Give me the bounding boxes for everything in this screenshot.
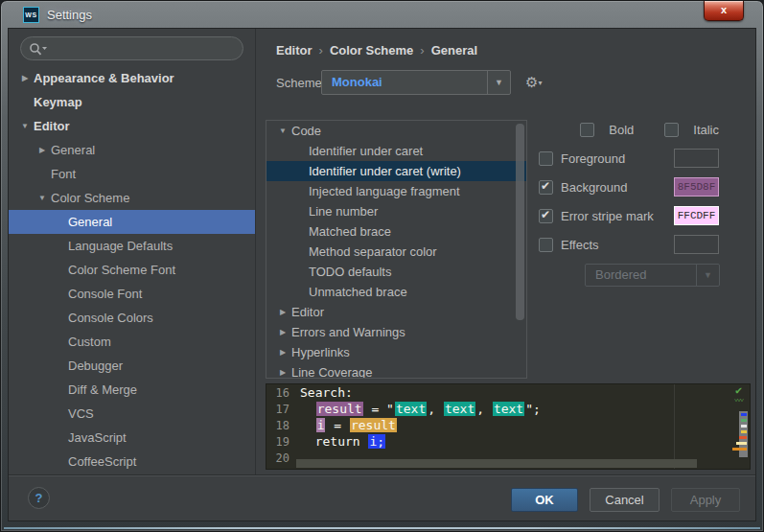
tree-item-unmatched-brace[interactable]: Unmatched brace	[266, 282, 526, 302]
bold-checkbox[interactable]	[580, 123, 594, 137]
tree-item-line-number[interactable]: Line number	[266, 201, 526, 221]
inspections-ok-icon: ✔˅˅˅	[734, 385, 743, 406]
chevron-down-icon[interactable]: ▼	[34, 194, 51, 202]
sidebar-item-appearance-behavior[interactable]: ▶Appearance & Behavior	[9, 66, 255, 90]
tree-item-identifier-under-caret-write[interactable]: Identifier under caret (write)	[266, 161, 526, 181]
right-margin-guide	[674, 384, 675, 469]
attribute-tree: ▼CodeIdentifier under caretIdentifier un…	[266, 121, 526, 379]
italic-checkbox[interactable]	[664, 123, 679, 137]
sidebar-item-label: General	[68, 215, 112, 229]
tree-item-label: Errors and Warnings	[291, 325, 405, 339]
ok-button[interactable]: OK	[511, 488, 578, 512]
tree-item-method-separator-color[interactable]: Method separator color	[266, 242, 526, 262]
code-text: ";	[524, 402, 542, 416]
sidebar-item-label: Color Scheme	[51, 191, 129, 205]
sidebar-item-debugger[interactable]: Debugger	[9, 354, 255, 378]
sidebar-item-label: Custom	[68, 335, 111, 349]
background-checkbox[interactable]	[539, 180, 553, 195]
chevron-right-icon[interactable]: ▶	[16, 74, 34, 82]
sidebar-item-diff-merge[interactable]: Diff & Merge	[9, 378, 255, 402]
preview-code: 16Search:17 result = "text, text, text";…	[266, 384, 750, 466]
settings-search-box[interactable]	[20, 36, 243, 60]
breadcrumb-editor[interactable]: Editor	[276, 43, 313, 58]
attribute-options-panel: Bold Italic Foreground Background 8F5D8F	[539, 120, 750, 287]
error-stripe-color-field[interactable]: FFCDFF	[674, 206, 719, 225]
stripe-mark-icon	[741, 413, 747, 416]
foreground-color-field[interactable]	[674, 149, 719, 168]
scheme-preview-editor[interactable]: 16Search:17 result = "text, text, text";…	[266, 383, 751, 470]
bold-label: Bold	[609, 123, 634, 137]
cancel-button[interactable]: Cancel	[590, 488, 660, 512]
sidebar-item-general[interactable]: General	[9, 210, 255, 234]
close-button[interactable]: x	[704, 1, 744, 21]
background-color-field[interactable]: 8F5D8F	[674, 177, 719, 197]
sidebar-item-label: Console Colors	[68, 311, 153, 325]
attribute-tree-pane: ▼CodeIdentifier under caretIdentifier un…	[266, 120, 527, 379]
code-text: return	[299, 434, 368, 449]
tree-item-hyperlinks[interactable]: ▶Hyperlinks	[266, 342, 526, 362]
chevron-down-icon[interactable]: ▼	[274, 127, 291, 135]
sidebar-item-console-colors[interactable]: Console Colors	[9, 306, 255, 330]
tree-item-todo-defaults[interactable]: TODO defaults	[266, 262, 526, 282]
highlighted-token: i;	[368, 434, 385, 449]
sidebar-item-keymap[interactable]: Keymap	[9, 90, 255, 114]
titlebar[interactable]: WS Settings x	[1, 1, 763, 28]
effects-color-field[interactable]	[674, 235, 719, 254]
chevron-right-icon[interactable]: ▶	[274, 368, 291, 377]
sidebar-item-javascript[interactable]: JavaScript	[9, 426, 255, 450]
search-input[interactable]	[52, 42, 235, 56]
sidebar-item-label: Color Scheme Font	[68, 263, 175, 277]
foreground-checkbox[interactable]	[539, 151, 553, 166]
chevron-down-icon[interactable]: ▼	[487, 71, 510, 94]
tree-item-label: Line number	[309, 204, 378, 219]
sidebar-item-language-defaults[interactable]: Language Defaults	[9, 234, 255, 258]
chevron-right-icon[interactable]: ▶	[274, 308, 291, 316]
help-button[interactable]: ?	[28, 487, 50, 509]
apply-button[interactable]: Apply	[671, 488, 740, 512]
sidebar-item-coffeescript[interactable]: CoffeeScript	[9, 450, 255, 474]
chevron-right-icon[interactable]: ▶	[274, 348, 291, 357]
preview-horizontal-scrollbar[interactable]	[296, 459, 697, 468]
highlighted-token: i	[316, 418, 326, 432]
highlighted-token: text	[444, 402, 475, 416]
scheme-actions-gear-icon[interactable]: ⚙▾	[525, 74, 542, 91]
sidebar-item-color-scheme-font[interactable]: Color Scheme Font	[9, 258, 255, 282]
scheme-selected-value: Monokai	[322, 71, 487, 94]
sidebar-item-custom[interactable]: Custom	[9, 330, 255, 354]
sidebar-item-console-font[interactable]: Console Font	[9, 282, 255, 306]
sidebar-item-vcs[interactable]: VCS	[9, 402, 255, 426]
effect-type-value: Bordered	[586, 265, 696, 286]
tree-item-matched-brace[interactable]: Matched brace	[266, 221, 526, 242]
search-options-arrow-icon	[42, 47, 47, 50]
font-style-row: Bold Italic	[539, 120, 750, 139]
effects-checkbox[interactable]	[539, 238, 553, 252]
tree-scrollbar[interactable]	[516, 124, 524, 320]
sidebar-item-label: CoffeeScript	[68, 454, 136, 469]
tree-item-errors-and-warnings[interactable]: ▶Errors and Warnings	[266, 322, 526, 342]
sidebar-item-color-scheme[interactable]: ▼Color Scheme	[9, 186, 255, 210]
scheme-select[interactable]: Monokai ▼	[321, 70, 511, 95]
tree-item-identifier-under-caret[interactable]: Identifier under caret	[266, 141, 526, 161]
chevron-right-icon[interactable]: ▶	[274, 328, 291, 336]
sidebar-item-general[interactable]: ▶General	[9, 138, 255, 162]
background-row: Background 8F5D8F	[539, 177, 750, 197]
chevron-right-icon[interactable]: ▶	[34, 146, 51, 154]
settings-nav-tree: ▶Appearance & BehaviorKeymap▼Editor▶Gene…	[9, 66, 255, 474]
sidebar-item-editor[interactable]: ▼Editor	[9, 114, 255, 138]
preview-code-line: 19 return i;	[266, 433, 750, 450]
tree-item-label: Hyperlinks	[291, 345, 350, 359]
chevron-down-icon[interactable]: ▼	[16, 122, 34, 130]
breadcrumb-color-scheme[interactable]: Color Scheme	[330, 43, 413, 58]
tree-item-injected-language-fragment[interactable]: Injected language fragment	[266, 181, 526, 201]
sidebar-item-label: Language Defaults	[68, 239, 173, 253]
tree-item-line-coverage[interactable]: ▶Line Coverage	[266, 362, 526, 379]
tree-item-editor[interactable]: ▶Editor	[266, 302, 526, 322]
tree-item-label: Editor	[291, 305, 324, 319]
error-stripe-checkbox[interactable]	[539, 209, 553, 223]
sidebar-item-font[interactable]: Font	[9, 162, 255, 186]
webstorm-app-icon: WS	[23, 7, 39, 23]
highlighted-token: result	[350, 418, 397, 432]
chevron-down-icon: ▼	[696, 265, 719, 286]
line-number: 19	[266, 434, 289, 451]
tree-item-code[interactable]: ▼Code	[266, 121, 526, 141]
